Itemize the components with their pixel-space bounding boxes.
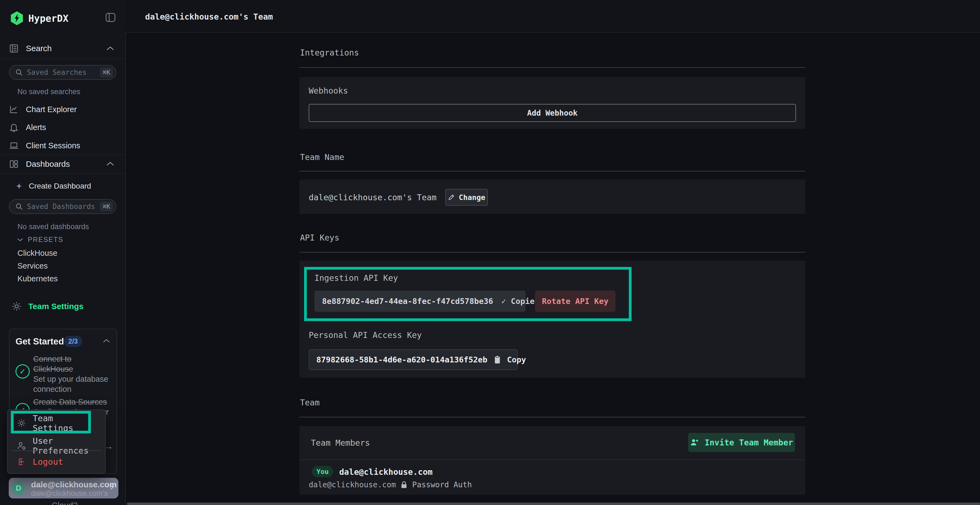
team-members-card: Team Members Invite Team Member You dale… [299,426,805,495]
no-saved-dashboards-text: No saved dashboards [18,222,89,231]
sidebar-item-team-settings[interactable]: Team Settings [11,301,84,311]
member-email: dale@clickhouse.com [339,467,433,477]
chevron-down-icon [17,238,24,242]
search-icon [15,202,23,211]
preset-clickhouse[interactable]: ClickHouse [18,249,57,258]
menu-item-team-settings[interactable]: Team Settings [11,413,91,434]
avatar-initial: D [16,484,21,492]
divider [299,252,805,252]
user-account-card[interactable]: D dale@clickhouse.com dale@clickhouse.co… [9,478,118,499]
main-header: dale@clickhouse.com's Team [125,0,980,33]
person-plus-icon [690,438,699,447]
gear-icon [11,301,22,311]
chevron-up-icon[interactable] [103,338,110,343]
saved-searches-placeholder: Saved Searches [27,68,96,76]
clipboard-icon [493,355,501,364]
bell-icon [9,122,19,132]
auth-method-label: Password Auth [412,480,472,489]
item-desc: Set up your database [33,374,112,384]
you-badge: You [312,466,333,477]
search-icon [15,68,23,76]
integrations-heading: Integrations [300,48,359,57]
preset-services[interactable]: Services [18,262,48,270]
divider [299,417,805,418]
progress-badge: 2/3 [64,336,82,347]
pencil-icon [448,194,455,201]
api-keys-card: Ingestion API Key 8e887902-4ed7-44ea-8fe… [299,260,805,378]
divider [0,173,125,173]
ingestion-api-key-label: Ingestion API Key [314,273,398,283]
chart-icon [9,105,19,114]
no-saved-searches-text: No saved searches [18,87,80,96]
rotate-api-key-button[interactable]: Rotate API Key [535,291,616,312]
saved-searches-input[interactable]: Saved Searches ⌘K [9,65,116,80]
check-icon: ✓ [501,297,506,306]
laptop-icon [9,141,19,151]
horizontal-scrollbar[interactable] [127,503,980,505]
lock-icon [401,481,407,489]
menu-item-user-preferences[interactable]: User Preferences [17,436,105,456]
item-desc: connection [33,384,112,394]
webhooks-label: Webhooks [309,86,348,95]
team-settings-label: Team Settings [28,302,84,311]
rotate-api-key-label: Rotate API Key [542,297,608,306]
logout-icon [17,457,26,466]
card-divider [299,459,805,460]
member-sub-row: dale@clickhouse.com Password Auth [309,480,472,489]
user-subtitle: dale@clickhouse.com's [31,489,108,498]
collapse-sidebar-button[interactable] [105,12,116,23]
sidebar-item-chart-explorer[interactable]: Chart Explorer [9,105,77,114]
create-dashboard-button[interactable]: + Create Dashboard [16,181,91,191]
plus-icon: + [16,181,22,191]
page-title: dale@clickhouse.com's Team [145,12,273,22]
get-started-item[interactable]: Connect to ClickHouse Set up your databa… [33,354,112,394]
add-webhook-label: Add Webhook [527,108,578,118]
change-team-name-button[interactable]: Change [445,189,488,206]
sidebar-item-label: Chart Explorer [26,105,77,114]
ingestion-api-key-value: 8e887902-4ed7-44ea-8fec-f47cd578be36 [322,297,493,306]
change-label: Change [459,193,485,202]
you-badge-label: You [316,468,329,476]
shortcut-badge: ⌘K [100,67,113,77]
brand-name: HyperDX [28,13,68,24]
sidebar-item-label: Client Sessions [26,141,80,150]
ingestion-api-key-chip[interactable]: 8e887902-4ed7-44ea-8fec-f47cd578be36 ✓ C… [314,291,526,312]
chevron-up-icon[interactable] [106,46,115,51]
presets-toggle[interactable]: PRESETS [17,236,64,243]
item-title: Connect to [33,354,112,364]
menu-label: Team Settings [33,413,91,433]
member-email-sub: dale@clickhouse.com [309,480,396,489]
menu-item-logout[interactable]: Logout [17,457,63,467]
user-email: dale@clickhouse.com [31,480,116,489]
section-dashboards[interactable]: Dashboards [9,159,70,169]
presets-label: PRESETS [28,236,64,243]
dashboards-icon [9,159,19,169]
user-gear-icon [17,441,26,450]
team-name-card: dale@clickhouse.com's Team Change [299,179,805,214]
create-dashboard-label: Create Dashboard [29,182,91,191]
check-glyph: ✓ [19,367,25,376]
personal-api-key-chip[interactable]: 87982668-58b1-4d6e-a620-014a136f52eb Cop… [309,349,518,370]
saved-dashboards-input[interactable]: Saved Dashboards ⌘K [9,199,116,214]
api-keys-heading: API Keys [300,233,339,243]
sidebar-item-client-sessions[interactable]: Client Sessions [9,141,80,151]
menu-label: Logout [33,457,63,467]
webhooks-card: Webhooks Add Webhook [299,77,805,129]
app-root: HyperDX Search [0,0,980,505]
chevron-up-icon[interactable] [106,161,115,167]
preset-kubernetes[interactable]: Kubernetes [18,274,58,283]
get-started-title: Get Started [16,336,64,347]
team-name-heading: Team Name [300,152,344,162]
add-webhook-button[interactable]: Add Webhook [309,104,796,122]
team-members-label: Team Members [311,438,370,448]
chevron-right-icon: › [110,481,113,493]
sidebar-item-label: Alerts [26,123,46,132]
personal-api-key-label: Personal API Access Key [309,330,422,340]
section-search[interactable]: Search [9,43,52,53]
menu-label: User Preferences [33,436,105,456]
divider [299,171,805,172]
shortcut-badge: ⌘K [100,202,113,211]
gear-icon [17,418,26,428]
sidebar-item-alerts[interactable]: Alerts [9,122,46,132]
invite-team-member-button[interactable]: Invite Team Member [688,433,795,452]
